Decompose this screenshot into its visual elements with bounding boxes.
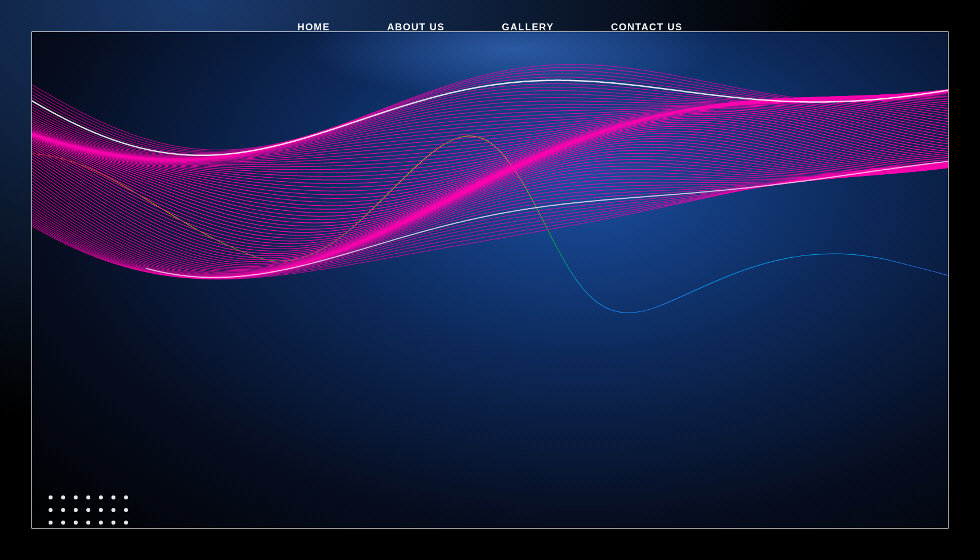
inner-background <box>31 31 949 529</box>
dot-item <box>124 521 128 525</box>
dot-item <box>61 521 65 525</box>
dot-item <box>49 495 53 499</box>
nav-about[interactable]: ABOUT US <box>387 22 445 33</box>
dot-item <box>74 521 78 525</box>
dot-item <box>99 521 103 525</box>
dot-item <box>61 508 65 512</box>
dot-item <box>74 508 78 512</box>
dot-item <box>49 521 53 525</box>
wave-container <box>31 31 949 529</box>
dot-item <box>111 521 115 525</box>
dot-item <box>61 495 65 499</box>
navigation: HOME ABOUT US GALLERY CONTACT US <box>0 22 980 33</box>
dot-item <box>111 508 115 512</box>
dot-grid <box>49 495 132 529</box>
dot-item <box>86 508 90 512</box>
dot-item <box>124 508 128 512</box>
dot-item <box>86 521 90 525</box>
nav-gallery[interactable]: GALLERY <box>502 22 554 33</box>
dot-item <box>99 508 103 512</box>
dot-item <box>86 495 90 499</box>
nav-contact[interactable]: CONTACT US <box>611 22 682 33</box>
dot-item <box>74 495 78 499</box>
wave-canvas <box>31 31 949 529</box>
dot-item <box>124 495 128 499</box>
nav-home[interactable]: HOME <box>297 22 330 33</box>
dot-item <box>99 495 103 499</box>
dot-item <box>111 495 115 499</box>
dot-item <box>49 508 53 512</box>
